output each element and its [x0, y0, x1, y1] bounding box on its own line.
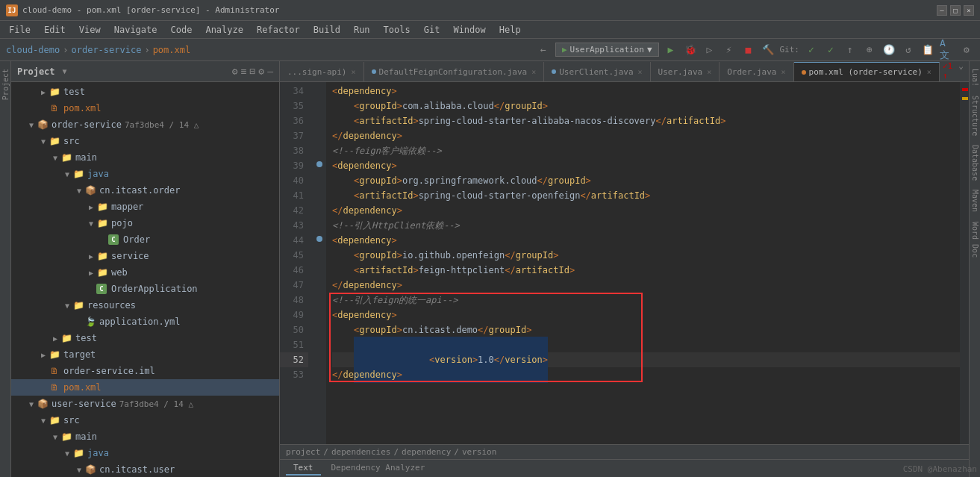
close-icon[interactable]: ×: [927, 68, 931, 76]
breadcrumb-version[interactable]: version: [462, 447, 496, 457]
collapse-icon[interactable]: ⊟: [250, 66, 256, 77]
list-item[interactable]: ▶ 📁 test: [11, 330, 279, 346]
xml-file-icon: 🗎: [49, 381, 60, 393]
chevron-down-icon: ▼: [26, 119, 37, 130]
list-item[interactable]: ▶ 📁 web: [11, 264, 279, 281]
right-tab-word-doc[interactable]: Word Doc: [970, 217, 981, 262]
breadcrumb-file[interactable]: pom.xml: [153, 45, 191, 55]
menu-build[interactable]: Build: [308, 23, 346, 37]
list-item[interactable]: ▶ 📁 service: [11, 248, 279, 264]
profile-button[interactable]: ⚡: [722, 43, 737, 57]
list-item[interactable]: ▶ 📁 mapper: [11, 199, 279, 215]
menu-view[interactable]: View: [73, 23, 107, 37]
tab-dependency-analyzer[interactable]: Dependency Analyzer: [324, 461, 433, 476]
tab-order[interactable]: Order.java ×: [720, 62, 793, 81]
git-update-button[interactable]: ✓: [823, 43, 838, 57]
collapse-all-button[interactable]: ⌄: [958, 61, 964, 71]
tab-pom-xml[interactable]: pom.xml (order-service) ×: [794, 62, 940, 81]
translate-button[interactable]: A文: [940, 43, 955, 57]
list-item[interactable]: ▶ C OrderApplication: [11, 281, 279, 297]
list-item[interactable]: ▶ 🗎 pom.xml: [11, 379, 279, 396]
tab-default-feign-config[interactable]: DefaultFeignConfiguration.java ×: [364, 62, 545, 81]
list-item[interactable]: ▼ 📁 java: [11, 166, 279, 182]
git-more-button[interactable]: ⊕: [862, 43, 877, 57]
project-panel-dropdown[interactable]: ▼: [63, 67, 67, 75]
list-item[interactable]: ▼ 📁 main: [11, 149, 279, 166]
list-item[interactable]: ▶ 📁 test: [11, 84, 279, 100]
maximize-button[interactable]: □: [950, 5, 961, 16]
editor-controls: ▲2 ✓1 ↑ ⌄: [940, 61, 969, 81]
breadcrumb-module[interactable]: order-service: [71, 45, 141, 55]
run-config-selector[interactable]: ▶ UserApplication ▼: [555, 43, 659, 57]
close-icon[interactable]: ×: [638, 68, 643, 76]
right-tab-maven[interactable]: Maven: [970, 185, 981, 216]
menu-file[interactable]: File: [3, 23, 37, 37]
menu-navigate[interactable]: Navigate: [108, 23, 163, 37]
minimize-button[interactable]: –: [937, 5, 947, 16]
menu-code[interactable]: Code: [165, 23, 199, 37]
menu-run[interactable]: Run: [348, 23, 376, 37]
list-item[interactable]: ▼ 📁 main: [11, 428, 279, 445]
list-item[interactable]: ▼ 📁 pojo: [11, 215, 279, 231]
close-icon[interactable]: ×: [351, 68, 355, 76]
breadcrumb-dependency[interactable]: dependency: [402, 447, 451, 457]
settings-icon[interactable]: ⚙: [258, 66, 264, 77]
tab-sign-api[interactable]: ...sign-api) ×: [280, 62, 364, 81]
gutter-line: [313, 321, 326, 336]
close-icon[interactable]: ×: [531, 68, 536, 76]
code-editor[interactable]: <dependency> <groupId>com.alibaba.cloud<…: [326, 82, 960, 444]
stop-button[interactable]: ■: [741, 43, 756, 57]
sort-icon[interactable]: ≡: [241, 66, 247, 77]
list-item[interactable]: ▶ C Order: [11, 231, 279, 248]
sidebar-tab-project[interactable]: Project: [0, 64, 11, 105]
git-push-button[interactable]: ↑: [843, 43, 858, 57]
menu-edit[interactable]: Edit: [38, 23, 72, 37]
breadcrumb-project[interactable]: project: [286, 447, 320, 457]
undo-button[interactable]: ↺: [901, 43, 916, 57]
list-item[interactable]: ▶ 🗎 pom.xml: [11, 100, 279, 116]
vcs-button[interactable]: 📋: [920, 43, 935, 57]
tab-text[interactable]: Text: [286, 461, 321, 476]
history-button[interactable]: 🕐: [881, 43, 896, 57]
right-tab-database[interactable]: Database: [970, 140, 981, 185]
list-item[interactable]: ▼ 📁 src: [11, 133, 279, 149]
run-with-coverage-button[interactable]: ▷: [702, 43, 717, 57]
menu-window[interactable]: Window: [447, 23, 491, 37]
menu-analyze[interactable]: Analyze: [199, 23, 249, 37]
code-line-49: <dependency>: [332, 308, 960, 322]
git-check-button[interactable]: ✓: [804, 43, 819, 57]
list-item[interactable]: ▼ 📁 java: [11, 445, 279, 461]
list-item[interactable]: ▼ 📦 user-service 7af3dbe4 / 14 △: [11, 396, 279, 412]
menu-help[interactable]: Help: [493, 23, 527, 37]
run-button[interactable]: ▶: [664, 43, 678, 57]
gear-icon[interactable]: ⚙: [232, 66, 238, 77]
left-sidebar: Project: [0, 61, 11, 477]
list-item[interactable]: ▼ 📁 src: [11, 412, 279, 428]
close-icon[interactable]: ×: [781, 68, 785, 76]
tab-user[interactable]: User.java ×: [651, 62, 720, 81]
list-item[interactable]: ▼ 📁 resources: [11, 297, 279, 314]
right-tab-lua[interactable]: Lua!: [970, 64, 981, 91]
list-item[interactable]: ▶ 🗎 order-service.iml: [11, 363, 279, 379]
close-icon[interactable]: ×: [707, 68, 711, 76]
list-item[interactable]: ▼ 📦 cn.itcast.order: [11, 182, 279, 199]
list-item[interactable]: ▼ 📦 cn.itcast.user: [11, 461, 279, 477]
right-tab-structure[interactable]: Structure: [970, 91, 981, 140]
error-count: ▲2 ✓1 ↑: [940, 61, 955, 81]
list-item[interactable]: ▶ 📁 target: [11, 346, 279, 363]
list-item[interactable]: ▼ 📦 order-service 7af3dbe4 / 14 △: [11, 116, 279, 133]
breadcrumb-dependencies[interactable]: dependencies: [331, 447, 390, 457]
breadcrumb-root[interactable]: cloud-demo: [6, 45, 60, 55]
build-button[interactable]: 🔨: [761, 43, 775, 57]
menu-git[interactable]: Git: [418, 23, 446, 37]
menu-tools[interactable]: Tools: [378, 23, 416, 37]
list-item[interactable]: ▶ 🍃 application.yml: [11, 314, 279, 330]
menu-refactor[interactable]: Refactor: [251, 23, 306, 37]
close-button[interactable]: ×: [964, 5, 974, 16]
settings-button[interactable]: ⚙: [959, 43, 974, 57]
tab-user-client[interactable]: UserClient.java ×: [544, 62, 650, 81]
debug-button[interactable]: 🐞: [683, 43, 698, 57]
minus-icon[interactable]: –: [267, 66, 273, 77]
back-button[interactable]: ←: [536, 43, 551, 57]
tree-node-label: order-service: [52, 119, 122, 130]
